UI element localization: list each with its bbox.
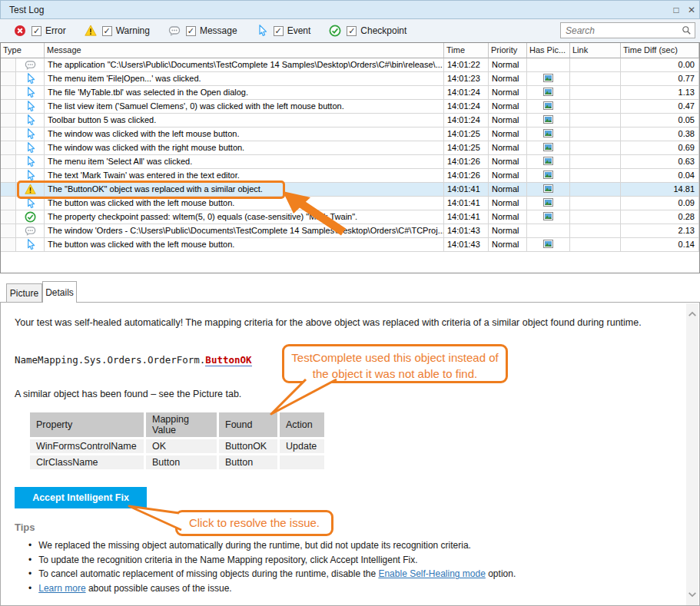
message-icon: [168, 25, 181, 37]
details-scrollbar[interactable]: [686, 303, 698, 605]
filter-label-checkpoint: Checkpoint: [360, 25, 406, 36]
mapping-table-cell: Button: [146, 455, 217, 469]
picture-icon: [543, 129, 553, 139]
filter-message[interactable]: ✓Message: [168, 25, 237, 37]
error-icon: [14, 25, 26, 37]
mapping-table-cell: WinFormsControlName: [30, 439, 144, 453]
row-link: [570, 127, 621, 141]
row-gutter: [1, 114, 16, 127]
row-priority: Normal: [489, 183, 527, 197]
event-icon: [16, 155, 45, 169]
column-header-6[interactable]: Time Diff (sec): [621, 43, 699, 58]
search-input[interactable]: [566, 25, 682, 36]
log-row[interactable]: The menu item 'File|Open...' was clicked…: [1, 72, 699, 86]
warning-checkbox[interactable]: ✓: [102, 26, 112, 36]
row-message: The menu item 'Select All' was clicked.: [45, 155, 444, 169]
log-grid-body: The application "C:\Users\Public\Documen…: [1, 58, 699, 252]
row-time-diff: 0.38: [621, 127, 699, 141]
log-row[interactable]: The text 'Mark Twain' was entered in the…: [1, 169, 699, 183]
log-row[interactable]: The window 'Orders - C:\Users\Public\Doc…: [1, 224, 699, 238]
tip-text: option.: [486, 568, 516, 579]
event-icon: [16, 86, 45, 100]
row-priority: Normal: [489, 72, 527, 86]
row-time-diff: 0.00: [621, 58, 699, 72]
filter-label-error: Error: [45, 25, 66, 36]
log-row[interactable]: The property checkpoint passed: wItem(5,…: [1, 210, 699, 224]
tip-item: We replaced the missing object automatic…: [28, 538, 516, 553]
column-header-3[interactable]: Priority: [489, 43, 527, 58]
row-time-diff: 0.05: [621, 114, 699, 127]
filter-error[interactable]: ✓Error: [14, 25, 66, 37]
row-gutter: [1, 169, 16, 183]
row-priority: Normal: [489, 210, 527, 224]
mapping-table-cell: ButtonOK: [219, 439, 277, 453]
log-row[interactable]: The "ButtonOK" object was replaced with …: [1, 183, 699, 197]
row-time: 14:01:25: [444, 141, 489, 155]
test-log-window: Test Log □ ✕ ✓Error✓Warning✓Message✓Even…: [0, 0, 700, 606]
details-panel: Your test was self-healed automatically!…: [0, 302, 700, 606]
picture-icon: [543, 115, 553, 125]
name-mapping-object-link[interactable]: ButtonOK: [205, 354, 251, 366]
log-row[interactable]: The window was clicked with the left mou…: [1, 127, 699, 141]
row-has-picture: [527, 169, 570, 183]
close-icon[interactable]: ✕: [684, 5, 699, 15]
row-message: The menu item 'File|Open...' was clicked…: [45, 72, 444, 86]
maximize-icon[interactable]: □: [668, 5, 684, 15]
event-icon: [16, 72, 45, 86]
picture-icon: [543, 212, 553, 222]
error-checkbox[interactable]: ✓: [32, 26, 41, 36]
search-box[interactable]: [560, 22, 695, 38]
event-icon: [16, 100, 45, 114]
row-message: The button was clicked with the left mou…: [45, 197, 444, 210]
column-header-4[interactable]: Has Pic...: [527, 43, 570, 58]
log-row[interactable]: Toolbar button 5 was clicked.14:01:24Nor…: [1, 114, 699, 127]
row-time-diff: 0.63: [621, 155, 699, 169]
filter-label-warning: Warning: [116, 25, 150, 36]
column-header-2[interactable]: Time: [444, 43, 489, 58]
log-row[interactable]: The list view item ('Samuel Clemens', 0)…: [1, 100, 699, 114]
row-gutter: [1, 238, 16, 252]
row-link: [570, 72, 621, 86]
accept-intelligent-fix-button[interactable]: Accept Intelligent Fix: [15, 487, 147, 508]
checkpoint-icon: [329, 25, 341, 37]
tip-link[interactable]: Learn more: [38, 583, 85, 594]
row-time-diff: 0.04: [621, 169, 699, 183]
tip-link[interactable]: Enable Self-Healing mode: [378, 568, 485, 579]
tab-details[interactable]: Details: [42, 281, 77, 303]
mapping-table-cell: Update: [280, 439, 324, 453]
row-time: 14:01:43: [444, 224, 489, 238]
row-time: 14:01:24: [444, 114, 489, 127]
message-checkbox[interactable]: ✓: [186, 26, 196, 36]
row-priority: Normal: [489, 141, 527, 155]
row-link: [570, 155, 621, 169]
filter-event[interactable]: ✓Event: [256, 25, 311, 37]
row-time-diff: 2.13: [621, 224, 699, 238]
log-row[interactable]: The button was clicked with the left mou…: [1, 238, 699, 252]
column-header-5[interactable]: Link: [570, 43, 621, 58]
event-icon: [16, 127, 45, 141]
event-checkbox[interactable]: ✓: [274, 26, 284, 36]
filter-warning[interactable]: ✓Warning: [85, 25, 150, 37]
log-row[interactable]: The menu item 'Select All' was clicked.1…: [1, 155, 699, 169]
log-row[interactable]: The application "C:\Users\Public\Documen…: [1, 58, 699, 72]
filter-checkpoint[interactable]: ✓Checkpoint: [329, 25, 406, 37]
row-has-picture: [527, 127, 570, 141]
log-row[interactable]: The window was clicked with the right mo…: [1, 141, 699, 155]
tip-text: We replaced the missing object automatic…: [38, 540, 471, 551]
column-header-1[interactable]: Message: [45, 43, 444, 58]
picture-icon: [543, 101, 553, 111]
checkpoint-icon: [16, 210, 45, 224]
log-row[interactable]: The button was clicked with the left mou…: [1, 197, 699, 210]
scroll-up-icon[interactable]: [688, 310, 697, 319]
row-time: 14:01:26: [444, 155, 489, 169]
tab-picture[interactable]: Picture: [6, 283, 42, 303]
picture-icon: [543, 88, 553, 98]
callout-object-used: TestComplete used this object instead of…: [282, 344, 508, 383]
warning-icon: [16, 183, 45, 197]
column-header-0[interactable]: Type: [1, 43, 45, 58]
mapping-table-header: Property: [30, 412, 144, 437]
checkpoint-checkbox[interactable]: ✓: [347, 26, 357, 36]
name-mapping-path: NameMapping.Sys.Orders.OrderForm.ButtonO…: [15, 354, 252, 366]
scroll-down-icon[interactable]: [688, 590, 697, 599]
log-row[interactable]: The file 'MyTable.tbl' was selected in t…: [1, 86, 699, 100]
